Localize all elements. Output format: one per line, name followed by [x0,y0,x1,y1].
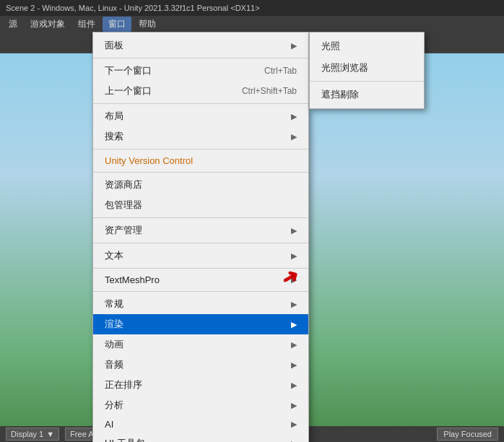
submenu-item-lighting[interactable]: 光照 [310,35,424,57]
menu-item-unity-vc[interactable]: Unity Version Control [93,152,308,170]
menu-item-prev-window[interactable]: 上一个窗口 Ctrl+Shift+Tab [93,81,308,101]
separator-1 [93,58,308,58]
separator-5 [93,217,308,218]
menu-item-render[interactable]: 渲染 ▶ [93,314,308,334]
display-label: Display 1 [11,430,43,438]
menubar-item-window[interactable]: 窗口 [103,17,131,32]
play-focused-button[interactable]: Play Focused [437,428,498,441]
separator-2 [93,103,308,104]
menubar-item-gameobject[interactable]: 游戏对象 [25,17,71,32]
free-aspect-label: Free A [70,430,93,438]
submenu-separator-1 [310,81,424,82]
menu-item-animation[interactable]: 动画 ▶ [93,334,308,355]
separator-3 [93,149,308,150]
title-bar: Scene 2 - Windows, Mac, Linux - Unity 20… [0,0,504,16]
separator-7 [93,268,308,269]
menu-item-general[interactable]: 常规 ▶ [93,294,308,314]
chevron-down-icon: ▼ [46,430,54,438]
window-dropdown-menu: 面板 ▶ 下一个窗口 Ctrl+Tab 上一个窗口 Ctrl+Shift+Tab… [92,32,309,442]
menubar-item-source[interactable]: 源 [3,17,23,32]
submenu-item-lighting-browser[interactable]: 光照浏览器 [310,57,424,79]
menu-item-panel[interactable]: 面板 ▶ [93,35,308,56]
menu-item-package-manager[interactable]: 包管理器 [93,195,308,215]
menubar-item-help[interactable]: 帮助 [133,17,162,32]
submenu-item-occlusion-culling[interactable]: 遮挡剔除 [310,84,424,105]
menu-item-layout[interactable]: 布局 ▶ [93,106,308,126]
menu-item-next-window[interactable]: 下一个窗口 Ctrl+Tab [93,61,308,81]
menubar-item-component[interactable]: 组件 [72,17,101,32]
display-button[interactable]: Display 1 ▼ [6,428,59,441]
status-right: Play Focused [437,428,498,441]
menu-item-search[interactable]: 搜索 ▶ [93,126,308,147]
menu-bar: 源 游戏对象 组件 窗口 帮助 [0,16,504,32]
menu-item-ai[interactable]: AI ▶ [93,415,308,433]
menu-item-analysis[interactable]: 分析 ▶ [93,395,308,415]
menu-item-textmeshpro[interactable]: TextMeshPro ▶ [93,271,308,289]
menu-item-text[interactable]: 文本 ▶ [93,246,308,266]
menu-item-sorting[interactable]: 正在排序 ▶ [93,375,308,395]
menu-item-asset-store[interactable]: 资源商店 [93,175,308,195]
menu-item-audio[interactable]: 音频 ▶ [93,355,308,375]
title-text: Scene 2 - Windows, Mac, Linux - Unity 20… [6,4,260,12]
separator-4 [93,172,308,173]
separator-8 [93,291,308,292]
render-submenu: 光照 光照浏览器 遮挡剔除 [309,32,425,109]
separator-6 [93,243,308,243]
menu-item-ui-toolkit[interactable]: UI 工具包 ▶ [93,433,308,442]
menu-item-asset-mgmt[interactable]: 资产管理 ▶ [93,220,308,240]
